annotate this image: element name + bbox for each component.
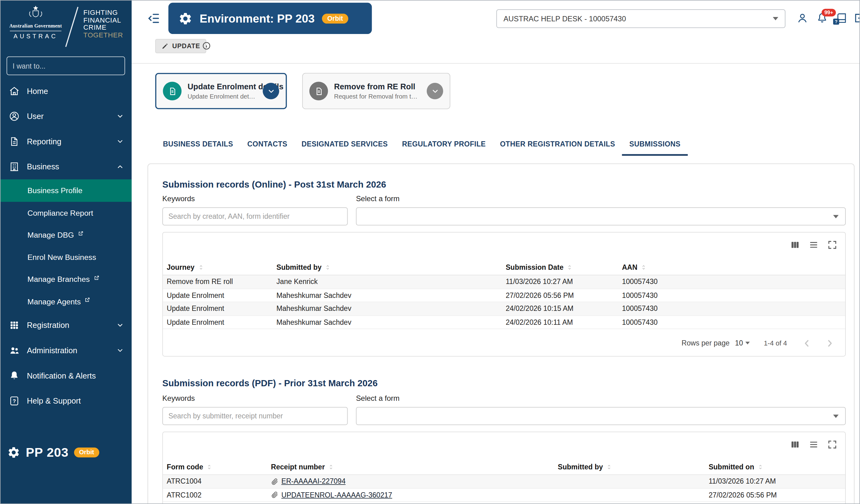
sidebar-subitem-label: Manage Agents (28, 297, 81, 306)
action-card-remove-re-roll[interactable]: Remove from RE Roll Request for Removal … (302, 73, 450, 109)
gear-icon (7, 446, 20, 459)
pdf-table-body: ATRC1004 ER-AAAAAI-227094 11/03/2026 10:… (163, 475, 845, 502)
sidebar-subitem-manage-agents[interactable]: Manage Agents (0, 290, 132, 313)
sidebar-search-input[interactable] (6, 57, 125, 75)
account-select[interactable]: AUSTRAC HELP DESK - 100057430 (496, 9, 785, 28)
table-row[interactable]: Update Enrolment Maheshkumar Sachdev 27/… (163, 289, 845, 302)
column-header-form-code[interactable]: Form code (163, 463, 267, 471)
fullscreen-icon[interactable] (827, 240, 838, 250)
sidebar-footer: PP 203 Orbit (0, 440, 132, 464)
tab-business-details[interactable]: BUSINESS DETAILS (156, 134, 240, 156)
chevron-up-icon (116, 163, 124, 171)
online-section-heading: Submission records (Online) - Post 31st … (162, 179, 386, 190)
sidebar-subitem-manage-branches[interactable]: Manage Branches (0, 268, 132, 290)
next-page-button[interactable] (825, 337, 835, 348)
sidebar-item-label: Registration (27, 321, 69, 329)
online-keywords-input[interactable] (162, 207, 348, 226)
online-form-select[interactable] (356, 207, 846, 226)
table-row[interactable]: Update Enrolment Maheshkumar Sachdev 24/… (163, 302, 845, 316)
chevron-down-icon (773, 17, 778, 20)
table-row[interactable]: ATRC1002 UPDATEENROL-AAAAAG-360217 27/02… (163, 489, 845, 502)
column-header-receipt-number[interactable]: Receipt number (267, 463, 554, 471)
tab-contacts[interactable]: CONTACTS (240, 134, 294, 156)
tab-regulatory-profile[interactable]: REGULATORY PROFILE (395, 134, 493, 156)
chevron-down-icon (745, 342, 749, 345)
columns-icon[interactable] (790, 240, 800, 250)
tagline-line: FIGHTING (83, 9, 123, 17)
sidebar-item-label: Reporting (27, 137, 61, 146)
table-toolbar (790, 440, 837, 450)
sidebar-subitem-label: Manage DBG (28, 231, 74, 239)
action-card-update-enrolment[interactable]: Update Enrolment details Update Enrolmen… (155, 73, 287, 109)
sidebar-subitem-enrol-new-business[interactable]: Enrol New Business (0, 246, 132, 268)
fullscreen-icon[interactable] (827, 440, 838, 450)
column-header-submitted-on[interactable]: Submitted on (705, 463, 845, 471)
account-select-value: AUSTRAC HELP DESK - 100057430 (503, 15, 626, 23)
sidebar-item-help-support[interactable]: ? Help & Support (0, 388, 132, 414)
pagination-range: 1-4 of 4 (764, 339, 787, 347)
receipt-link[interactable]: ER-AAAAAI-227094 (282, 477, 346, 486)
pdf-form-select[interactable] (356, 407, 846, 425)
pdf-table-header: Form code Receipt number Submitted by Su… (163, 460, 845, 475)
tab-other-registration-details[interactable]: OTHER REGISTRATION DETAILS (493, 134, 622, 156)
sort-icon (640, 264, 647, 271)
online-table-panel: Journey Submitted by Submission Date AAN… (162, 232, 845, 357)
cell-submission-date: 24/02/2026 10:15 AM (502, 304, 618, 313)
columns-icon[interactable] (790, 440, 800, 450)
tab-submissions[interactable]: SUBMISSIONS (622, 134, 688, 156)
column-header-submitted-by[interactable]: Submitted by (554, 463, 705, 471)
table-row[interactable]: Update Enrolment Maheshkumar Sachdev 24/… (163, 316, 845, 329)
grid-icon (9, 320, 19, 331)
sidebar-item-home[interactable]: Home (0, 78, 132, 104)
austrac-label: AUSTRAC (5, 33, 66, 39)
tagline-line: CRIME (83, 24, 123, 31)
previous-page-button[interactable] (801, 337, 812, 348)
tab-designated-services[interactable]: DESIGNATED SERVICES (295, 134, 395, 156)
external-link-icon (94, 275, 100, 281)
receipt-link[interactable]: UPDATEENROL-AAAAAG-360217 (282, 491, 392, 499)
cell-aan: 100057430 (618, 291, 845, 300)
update-button[interactable]: UPDATE (155, 39, 206, 53)
sidebar-subitem-compliance-report[interactable]: Compliance Report (0, 201, 132, 224)
column-header-submission-date[interactable]: Submission Date (502, 263, 618, 272)
sidebar-nav: Home User Reporting Business Business Pr… (0, 78, 132, 414)
sidebar-subitem-label: Enrol New Business (28, 253, 96, 261)
sidebar-subitem-business-profile[interactable]: Business Profile (0, 179, 132, 201)
sidebar-item-administration[interactable]: Administration (0, 338, 132, 363)
sidebar-item-reporting[interactable]: Reporting (0, 129, 132, 154)
logout-icon[interactable] (853, 12, 860, 24)
notification-count-badge: 99+ (822, 9, 836, 16)
info-icon[interactable] (202, 41, 211, 51)
table-row[interactable]: Remove from RE roll Jane Kenrick 11/03/2… (163, 275, 845, 289)
cell-receipt: ER-AAAAAI-227094 (267, 477, 554, 486)
sidebar-subitem-manage-dbg[interactable]: Manage DBG (0, 224, 132, 246)
rows-per-page-value: 10 (735, 339, 743, 347)
column-header-journey[interactable]: Journey (163, 263, 273, 272)
rows-per-page-select[interactable]: 10 (735, 339, 750, 347)
sidebar-item-registration[interactable]: Registration (0, 313, 132, 338)
density-icon[interactable] (808, 240, 819, 250)
column-label: Submitted on (708, 463, 754, 471)
density-icon[interactable] (808, 440, 819, 450)
form-icon (309, 82, 328, 100)
column-label: Journey (167, 263, 195, 272)
tagline-line: TOGETHER (83, 31, 123, 39)
column-label: AAN (622, 263, 637, 272)
expand-card-button[interactable] (427, 83, 443, 99)
keywords-label: Keywords (162, 394, 195, 403)
environment-name: PP 203 (26, 445, 68, 460)
expand-card-button[interactable] (263, 83, 279, 99)
sidebar-item-business[interactable]: Business (0, 154, 132, 179)
sidebar-item-user[interactable]: User (0, 103, 132, 129)
table-row[interactable]: ATRC1004 ER-AAAAAI-227094 11/03/2026 10:… (163, 475, 845, 488)
sidebar-subitem-label: Manage Branches (28, 275, 90, 284)
sidebar-item-notification-alerts[interactable]: Notification & Alerts (0, 363, 132, 388)
collapse-sidebar-icon[interactable] (147, 12, 161, 25)
pdf-keywords-input[interactable] (162, 407, 348, 425)
column-header-aan[interactable]: AAN (618, 263, 845, 272)
table-pagination: Rows per page 10 1-4 of 4 (163, 330, 845, 357)
sort-icon (328, 463, 335, 471)
column-header-submitted-by[interactable]: Submitted by (273, 263, 502, 272)
profile-icon[interactable] (796, 12, 808, 24)
cell-journey: Update Enrolment (163, 318, 273, 326)
